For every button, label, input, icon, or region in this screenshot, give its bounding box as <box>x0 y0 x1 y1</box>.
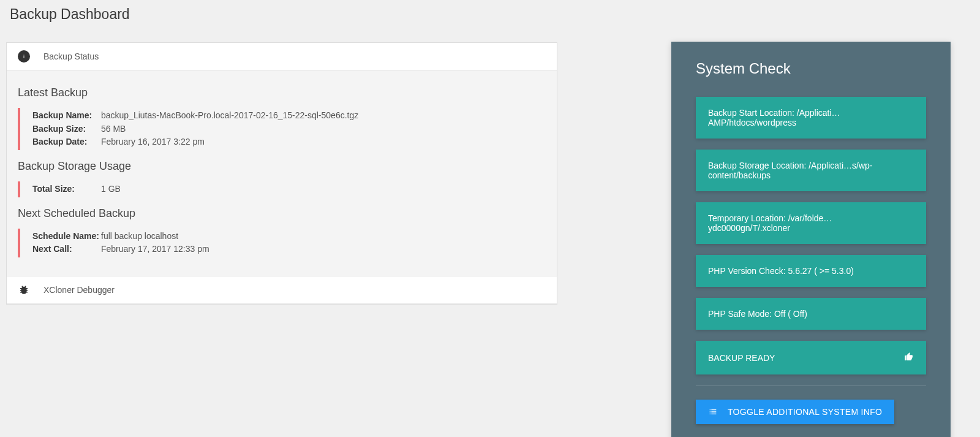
check-backup-start-location: Backup Start Location: /Applicati…AMP/ht… <box>696 97 926 139</box>
system-check-title: System Check <box>696 60 926 77</box>
debugger-header[interactable]: XCloner Debugger <box>7 276 557 304</box>
latest-backup-block: Backup Name: backup_Liutas-MacBook-Pro.l… <box>18 108 546 150</box>
divider <box>696 386 926 386</box>
check-backup-storage-location: Backup Storage Location: /Applicati…s/wp… <box>696 150 926 191</box>
backup-date-row: Backup Date: February 16, 2017 3:22 pm <box>32 135 546 149</box>
info-icon <box>18 50 30 63</box>
toggle-system-info-label: TOGGLE ADDITIONAL SYSTEM INFO <box>728 407 882 417</box>
backup-status-header-label: Backup Status <box>43 51 99 61</box>
backup-status-header[interactable]: Backup Status <box>7 43 557 70</box>
schedule-name-label: Schedule Name: <box>32 230 101 243</box>
list-icon <box>708 407 718 417</box>
backup-status-body: Latest Backup Backup Name: backup_Liutas… <box>7 70 557 276</box>
storage-usage-title: Backup Storage Usage <box>18 160 546 173</box>
debugger-card: XCloner Debugger <box>6 276 557 305</box>
backup-size-value: 56 MB <box>101 123 126 136</box>
next-scheduled-block: Schedule Name: full backup localhost Nex… <box>18 229 546 257</box>
next-call-label: Next Call: <box>32 243 101 256</box>
system-check-panel: System Check Backup Start Location: /App… <box>671 42 951 437</box>
page-title: Backup Dashboard <box>10 6 557 23</box>
backup-size-row: Backup Size: 56 MB <box>32 123 546 136</box>
backup-date-value: February 16, 2017 3:22 pm <box>101 135 205 149</box>
backup-date-label: Backup Date: <box>32 135 101 149</box>
latest-backup-title: Latest Backup <box>18 86 546 99</box>
total-size-label: Total Size: <box>32 183 101 196</box>
toggle-system-info-button[interactable]: TOGGLE ADDITIONAL SYSTEM INFO <box>696 400 894 424</box>
thumbs-up-icon <box>904 352 914 363</box>
check-php-safe-mode: PHP Safe Mode: Off ( Off) <box>696 298 926 330</box>
next-call-row: Next Call: February 17, 2017 12:33 pm <box>32 243 546 256</box>
total-size-value: 1 GB <box>101 183 121 196</box>
check-temporary-location: Temporary Location: /var/folde…ydc0000gn… <box>696 202 926 244</box>
backup-name-label: Backup Name: <box>32 109 101 123</box>
debugger-header-label: XCloner Debugger <box>43 285 115 295</box>
schedule-name-value: full backup localhost <box>101 230 178 243</box>
bug-icon <box>18 284 30 296</box>
total-size-row: Total Size: 1 GB <box>32 183 546 196</box>
backup-ready-label: BACKUP READY <box>708 353 775 363</box>
backup-size-label: Backup Size: <box>32 123 101 136</box>
next-scheduled-title: Next Scheduled Backup <box>18 207 546 220</box>
backup-status-card: Backup Status Latest Backup Backup Name:… <box>6 42 557 276</box>
backup-name-row: Backup Name: backup_Liutas-MacBook-Pro.l… <box>32 109 546 123</box>
next-call-value: February 17, 2017 12:33 pm <box>101 243 209 256</box>
storage-usage-block: Total Size: 1 GB <box>18 181 546 197</box>
check-backup-ready: BACKUP READY <box>696 341 926 374</box>
backup-name-value: backup_Liutas-MacBook-Pro.local-2017-02-… <box>101 109 358 123</box>
schedule-name-row: Schedule Name: full backup localhost <box>32 230 546 243</box>
check-php-version: PHP Version Check: 5.6.27 ( >= 5.3.0) <box>696 255 926 287</box>
